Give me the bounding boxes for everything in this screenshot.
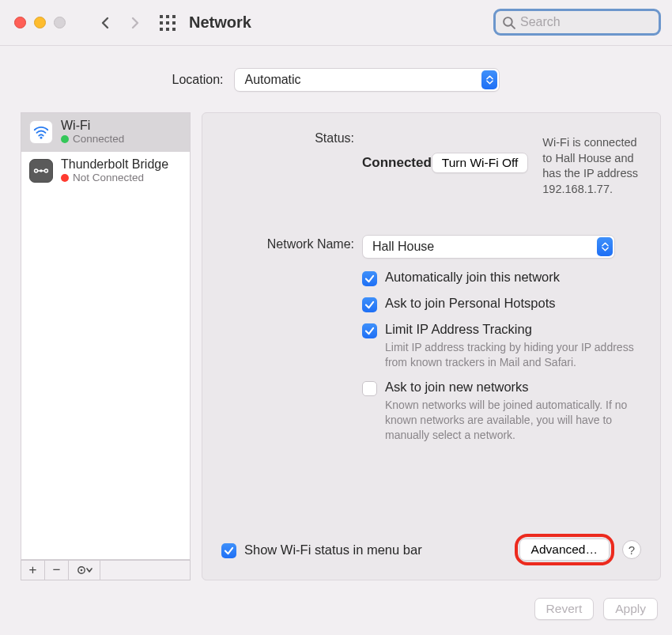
location-select[interactable]: Automatic [234,68,500,92]
sidebar-toolbar: + − [21,560,191,580]
grid-icon [159,14,176,32]
back-button[interactable] [94,11,118,35]
show-in-menubar-label: Show Wi-Fi status in menu bar [244,542,422,558]
svg-point-16 [80,569,82,572]
bottom-button-bar: Revert Apply [0,580,672,620]
svg-point-13 [44,169,47,172]
wifi-icon [29,120,53,144]
show-in-menubar-checkbox[interactable]: Show Wi-Fi status in menu bar [221,542,422,558]
options-checklist: Automatically join this network Ask to j… [362,270,641,442]
service-name: Thunderbolt Bridge [61,157,168,172]
close-window-button[interactable] [14,17,26,28]
forward-button[interactable] [123,11,146,35]
svg-point-12 [35,169,38,172]
svg-rect-4 [166,21,169,25]
zoom-window-button[interactable] [54,17,66,28]
detail-panel: Status: Connected Turn Wi-Fi Off Wi-Fi i… [202,112,661,580]
limit-ip-label: Limit IP Address Tracking [385,322,638,337]
status-dot-red-icon [61,174,69,182]
service-status-text: Not Connected [73,172,144,184]
checkbox-on-icon [362,297,377,312]
network-name-select[interactable]: Hall House [362,235,615,259]
network-name-label: Network Name: [221,235,362,251]
status-value: Connected [362,155,432,171]
limit-ip-checkbox[interactable]: Limit IP Address Tracking Limit IP addre… [362,322,641,370]
hotspots-checkbox[interactable]: Ask to join Personal Hotspots [362,296,641,312]
status-dot-green-icon [61,135,69,143]
service-text: Thunderbolt Bridge Not Connected [61,157,168,184]
service-item-wifi[interactable]: Wi-Fi Connected [21,113,190,152]
stepper-icon [481,70,497,89]
location-row: Location: Automatic [0,46,672,112]
status-row: Status: Connected Turn Wi-Fi Off Wi-Fi i… [221,129,641,197]
network-name-value: Hall House [372,240,434,254]
location-label: Location: [172,73,224,87]
svg-line-10 [512,25,515,28]
service-name: Wi-Fi [61,119,124,133]
svg-rect-1 [166,15,169,18]
service-list[interactable]: Wi-Fi Connected Thunderbolt Bridge Not C… [21,112,191,560]
service-text: Wi-Fi Connected [61,119,124,146]
svg-rect-5 [172,21,176,25]
service-status: Connected [61,133,124,146]
toolbar: Network Search [0,0,672,46]
service-item-thunderbolt[interactable]: Thunderbolt Bridge Not Connected [21,152,190,191]
ask-new-networks-checkbox[interactable]: Ask to join new networks Known networks … [362,380,641,443]
auto-join-checkbox[interactable]: Automatically join this network [362,270,641,286]
highlight-annotation: Advanced… [515,534,614,565]
svg-rect-7 [166,28,169,31]
search-icon [502,16,515,29]
show-all-prefs-button[interactable] [157,13,178,33]
add-service-button[interactable]: + [21,561,45,580]
wifi-toggle-wrap: Turn Wi-Fi Off [432,153,528,173]
svg-point-11 [40,137,43,139]
service-status: Not Connected [61,172,168,184]
network-name-row: Network Name: Hall House Automatically j… [221,235,641,442]
ask-new-description: Known networks will be joined automatica… [385,398,638,443]
hotspots-label: Ask to join Personal Hotspots [385,296,556,311]
checkbox-off-icon [362,381,377,396]
spacer [100,561,190,580]
chevron-left-icon [100,17,112,29]
svg-rect-0 [160,15,163,18]
checkbox-on-icon [362,323,377,338]
checkbox-on-icon [362,271,377,286]
search-field[interactable]: Search [493,9,661,36]
status-description: Wi-Fi is connected to Hall House and has… [542,135,641,197]
search-placeholder: Search [520,15,561,29]
auto-join-label: Automatically join this network [385,270,560,285]
service-actions-menu[interactable] [69,561,100,580]
service-sidebar: Wi-Fi Connected Thunderbolt Bridge Not C… [21,112,191,580]
service-status-text: Connected [73,133,124,146]
location-value: Automatic [244,73,300,87]
limit-ip-description: Limit IP address tracking by hiding your… [385,340,638,370]
ask-new-label: Ask to join new networks [385,380,638,395]
main-content: Wi-Fi Connected Thunderbolt Bridge Not C… [0,112,672,580]
chevron-right-icon [128,17,141,29]
minimize-window-button[interactable] [34,17,46,28]
svg-rect-6 [160,28,163,31]
menubar-row: Show Wi-Fi status in menu bar Advanced… … [221,534,641,565]
advanced-button[interactable]: Advanced… [519,539,610,561]
checkbox-on-icon [221,543,236,558]
status-label: Status: [221,129,362,146]
thunderbolt-icon [29,159,53,183]
svg-rect-2 [172,15,176,18]
svg-rect-8 [172,28,176,31]
help-button[interactable]: ? [622,540,641,559]
traffic-lights [14,17,66,28]
stepper-icon [597,237,613,256]
svg-point-14 [40,170,42,172]
apply-button[interactable]: Apply [603,598,658,620]
pane-title: Network [189,13,251,32]
gear-dropdown-icon [77,565,92,576]
revert-button[interactable]: Revert [534,598,595,620]
turn-wifi-off-button[interactable]: Turn Wi-Fi Off [432,153,528,173]
remove-service-button[interactable]: − [45,561,69,580]
svg-rect-3 [160,21,163,25]
